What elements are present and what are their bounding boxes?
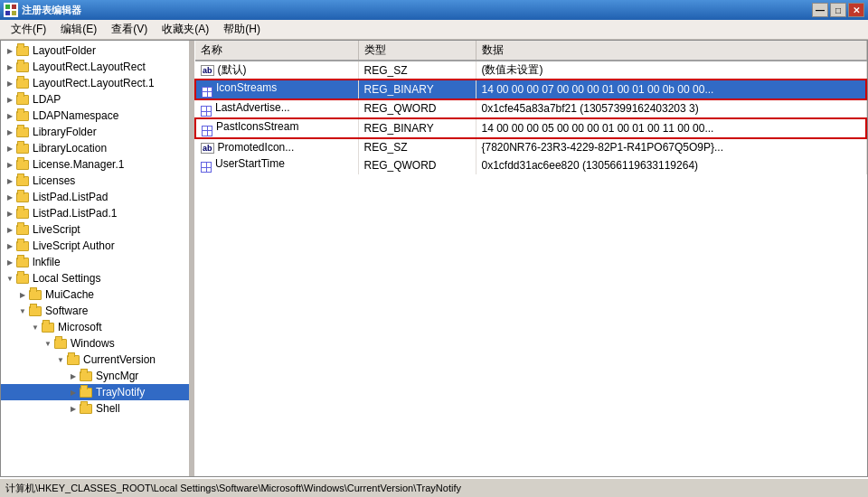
- value-name: UserStartTime: [195, 156, 358, 174]
- status-bar: 计算机\HKEY_CLASSES_ROOT\Local Settings\Sof…: [0, 477, 868, 497]
- expand-arrow[interactable]: ▶: [5, 175, 15, 186]
- menu-bar: 文件(F) 编辑(E) 查看(V) 收藏夹(A) 帮助(H): [0, 20, 868, 40]
- menu-edit[interactable]: 编辑(E): [53, 20, 104, 39]
- collapse-arrow[interactable]: ▼: [42, 338, 53, 349]
- expand-arrow[interactable]: ▶: [5, 208, 15, 219]
- value-data: 14 00 00 00 05 00 00 00 01 00 01 00 11 0…: [476, 118, 866, 138]
- table-row[interactable]: UserStartTime REG_QWORD 0x1cfdd31ac6ee82…: [195, 156, 866, 174]
- menu-help[interactable]: 帮助(H): [216, 20, 268, 39]
- expand-arrow[interactable]: ▶: [5, 61, 15, 72]
- collapse-arrow[interactable]: ▼: [55, 354, 66, 365]
- tree-item-ListPad1[interactable]: ▶ ListPad.ListPad.1: [1, 205, 189, 221]
- value-name: abPromotedIcon...: [195, 138, 358, 156]
- expand-arrow[interactable]: ▶: [5, 224, 15, 235]
- reg-binary-icon: [202, 126, 212, 136]
- value-type: REG_BINARY: [358, 80, 476, 99]
- tree-item-CurrentVersion[interactable]: ▼ CurrentVersion: [1, 352, 189, 368]
- tree-item-label: LDAP: [33, 93, 61, 106]
- value-name: PastIconsStream: [195, 118, 358, 138]
- tree-item-LayoutRect1[interactable]: ▶ LayoutRect.LayoutRect.1: [1, 75, 189, 91]
- expand-arrow[interactable]: ▶: [5, 78, 15, 89]
- expand-arrow[interactable]: ▶: [5, 159, 15, 170]
- col-data[interactable]: 数据: [476, 41, 866, 61]
- tree-item-label: lnkfile: [33, 256, 61, 268]
- tree-item-LibraryFolder[interactable]: ▶ LibraryFolder: [1, 124, 189, 140]
- tree-item-LicenseManager1[interactable]: ▶ License.Manager.1: [1, 156, 189, 173]
- tree-item-LDAPNamespace[interactable]: ▶ LDAPNamespace: [1, 108, 189, 124]
- tree-item-LiveScriptAuthor[interactable]: ▶ LiveScript Author: [1, 238, 189, 254]
- tree-item-SyncMgr[interactable]: ▶ SyncMgr: [1, 368, 189, 384]
- registry-values[interactable]: 名称 类型 数据 ab(默认) REG_SZ (数值未设置) IconStrea…: [194, 41, 867, 476]
- menu-favorites[interactable]: 收藏夹(A): [155, 20, 216, 39]
- col-name[interactable]: 名称: [195, 41, 358, 61]
- tree-item-LocalSettings[interactable]: ▼ Local Settings: [1, 270, 189, 286]
- expand-arrow[interactable]: ▶: [5, 143, 15, 154]
- folder-icon: [15, 93, 30, 106]
- menu-file[interactable]: 文件(F): [4, 20, 53, 39]
- folder-icon: [15, 223, 30, 236]
- svg-rect-1: [12, 5, 16, 9]
- tree-item-ListPad[interactable]: ▶ ListPad.ListPad: [1, 189, 189, 205]
- tree-item-TrayNotify[interactable]: ▶ TrayNotify: [1, 384, 189, 400]
- maximize-button[interactable]: □: [830, 3, 846, 17]
- tree-item-LibraryLocation[interactable]: ▶ LibraryLocation: [1, 140, 189, 156]
- expand-arrow[interactable]: ▶: [5, 94, 15, 105]
- collapse-arrow[interactable]: ▼: [30, 322, 41, 333]
- tree-item-Microsoft[interactable]: ▼ Microsoft: [1, 319, 189, 335]
- tree-item-LDAP[interactable]: ▶ LDAP: [1, 91, 189, 108]
- tree-item-Inkfile[interactable]: ▶ lnkfile: [1, 254, 189, 270]
- tree-item-MuiCache[interactable]: ▶ MuiCache: [1, 286, 189, 303]
- app-icon: [4, 3, 18, 17]
- expand-arrow[interactable]: ▶: [5, 257, 15, 267]
- value-data: 0x1cfdd31ac6ee820 (130566119633119264): [476, 156, 866, 174]
- tree-item-Windows[interactable]: ▼ Windows: [1, 335, 189, 352]
- tree-item-Shell[interactable]: ▶ Shell: [1, 400, 189, 417]
- expand-arrow[interactable]: ▶: [5, 45, 15, 56]
- expand-arrow[interactable]: ▶: [68, 403, 79, 414]
- table-row[interactable]: LastAdvertise... REG_QWORD 0x1cfe45a83a7…: [195, 99, 866, 119]
- expand-arrow[interactable]: ▶: [68, 387, 79, 398]
- folder-icon: [66, 353, 80, 366]
- expand-arrow[interactable]: ▶: [5, 110, 15, 121]
- tree-item-label: Shell: [96, 402, 120, 415]
- tree-item-Software[interactable]: ▼ Software: [1, 303, 189, 319]
- tree-item-label: ListPad.ListPad: [33, 191, 108, 203]
- table-row[interactable]: abPromotedIcon... REG_SZ {7820NR76-23R3-…: [195, 138, 866, 156]
- col-type[interactable]: 类型: [358, 41, 476, 61]
- folder-icon: [28, 288, 42, 301]
- collapse-arrow[interactable]: ▼: [17, 305, 28, 316]
- value-name: ab(默认): [195, 61, 358, 80]
- expand-arrow[interactable]: ▶: [68, 370, 79, 381]
- table-row[interactable]: IconStreams REG_BINARY 14 00 00 00 07 00…: [195, 80, 866, 99]
- reg-sz-icon: ab: [201, 143, 214, 154]
- main-content: ▶ LayoutFolder▶ LayoutRect.LayoutRect▶ L…: [0, 40, 868, 477]
- reg-binary-icon: [201, 162, 212, 173]
- close-button[interactable]: ✕: [848, 3, 864, 17]
- status-path: 计算机\HKEY_CLASSES_ROOT\Local Settings\Sof…: [5, 482, 461, 495]
- folder-icon: [15, 207, 30, 220]
- expand-arrow[interactable]: ▶: [5, 240, 15, 251]
- expand-arrow[interactable]: ▶: [5, 127, 15, 137]
- table-row[interactable]: PastIconsStream REG_BINARY 14 00 00 00 0…: [195, 118, 866, 138]
- value-type: REG_SZ: [358, 138, 476, 156]
- tree-item-LiveScript[interactable]: ▶ LiveScript: [1, 221, 189, 238]
- registry-tree[interactable]: ▶ LayoutFolder▶ LayoutRect.LayoutRect▶ L…: [1, 41, 191, 476]
- menu-view[interactable]: 查看(V): [104, 20, 155, 39]
- tree-item-LayoutFolder[interactable]: ▶ LayoutFolder: [1, 42, 189, 59]
- tree-item-label: LayoutFolder: [33, 44, 96, 57]
- value-name: IconStreams: [195, 80, 358, 99]
- tree-item-Licenses[interactable]: ▶ Licenses: [1, 173, 189, 189]
- tree-item-LayoutRect[interactable]: ▶ LayoutRect.LayoutRect: [1, 59, 189, 75]
- folder-icon: [15, 61, 30, 73]
- folder-icon: [15, 158, 30, 171]
- folder-icon: [15, 77, 30, 89]
- minimize-button[interactable]: —: [812, 3, 828, 17]
- tree-item-label: TrayNotify: [96, 386, 145, 399]
- collapse-arrow[interactable]: ▼: [5, 273, 15, 284]
- expand-arrow[interactable]: ▶: [5, 192, 15, 202]
- value-data: 14 00 00 00 07 00 00 00 01 00 01 00 0b 0…: [476, 80, 866, 99]
- tree-item-label: LibraryFolder: [33, 126, 97, 138]
- tree-item-label: LayoutRect.LayoutRect.1: [33, 77, 155, 89]
- expand-arrow[interactable]: ▶: [17, 289, 28, 300]
- table-row[interactable]: ab(默认) REG_SZ (数值未设置): [195, 61, 866, 80]
